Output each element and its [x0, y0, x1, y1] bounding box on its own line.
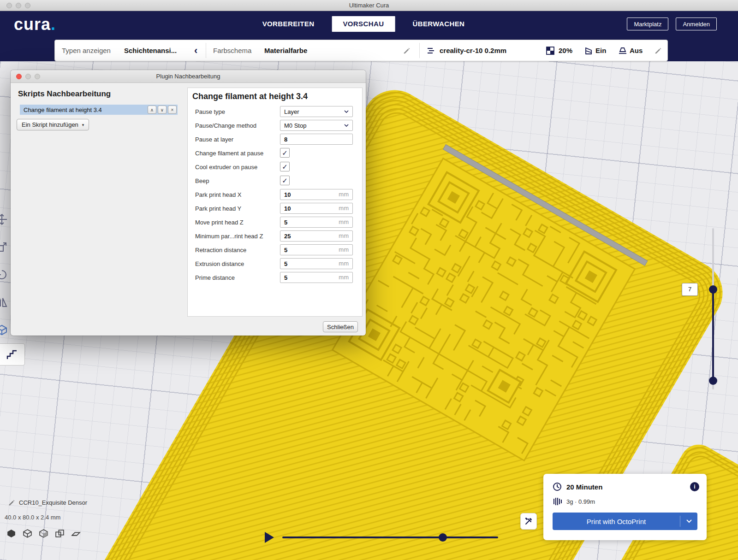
color-scheme-value[interactable]: Materialfarbe: [264, 40, 307, 61]
script-name: Change filament at height 3.4: [24, 106, 146, 113]
field-label: Beep: [195, 177, 209, 184]
field-row-pause-at-layer: Pause at layer: [188, 132, 362, 146]
edit-print-settings-button[interactable]: [655, 40, 662, 61]
cool-extruder-checkbox[interactable]: ✓: [280, 162, 290, 171]
field-row-park-x: Park print head X mm: [188, 188, 362, 201]
pause-type-select[interactable]: Layer: [280, 106, 353, 117]
material-icon: [554, 498, 562, 505]
move-tool-button[interactable]: [0, 213, 8, 225]
unit-label: mm: [339, 245, 349, 255]
window-minimize-button[interactable]: [16, 3, 21, 8]
pause-method-select[interactable]: M0 Stop: [280, 120, 353, 131]
beep-checkbox[interactable]: ✓: [280, 176, 290, 185]
per-model-settings-button[interactable]: [0, 324, 8, 336]
script-settings-panel: Change filament at height 3.4 Pause type…: [187, 88, 363, 317]
view-type-value[interactable]: Schichtenansi...: [124, 40, 177, 61]
toolbar-divider: [206, 43, 206, 58]
dialog-close-action-button[interactable]: Schließen: [323, 321, 358, 332]
adhesion-value[interactable]: Aus: [630, 40, 643, 61]
layers-steps-icon: [6, 348, 18, 361]
infill-value[interactable]: 20%: [559, 40, 572, 61]
tab-vorbereiten[interactable]: VORBEREITEN: [251, 16, 326, 32]
tab-vorschau[interactable]: VORSCHAU: [332, 16, 395, 32]
collapse-panel-icon[interactable]: ‹: [194, 40, 197, 61]
layer-slider-upper-handle[interactable]: [709, 285, 717, 294]
chevron-down-icon: [344, 110, 349, 113]
script-move-up-button[interactable]: ∧: [148, 106, 156, 114]
edit-model-name-icon[interactable]: [8, 499, 15, 506]
dialog-minimize-button[interactable]: [25, 74, 31, 79]
tools-icon: [524, 517, 533, 526]
window-close-button[interactable]: [6, 3, 12, 8]
logo-dot: .: [51, 15, 56, 34]
tab-ueberwachen[interactable]: ÜBERWACHEN: [401, 16, 476, 32]
support-value[interactable]: Ein: [595, 40, 606, 61]
model-dimensions: 40.0 x 80.0 x 2.4 mm: [5, 514, 60, 521]
dialog-titlebar[interactable]: Plugin Nachbearbeitung: [11, 70, 366, 83]
unit-label: mm: [339, 231, 349, 241]
marketplace-button[interactable]: Marktplatz: [627, 18, 668, 30]
field-row-move-z: Move print head Z mm: [188, 215, 362, 229]
unit-label: mm: [339, 259, 349, 269]
pencil-icon: [655, 47, 662, 54]
unit-label: mm: [339, 189, 349, 200]
check-icon: ✓: [282, 163, 288, 171]
window-controls: [6, 3, 30, 8]
printer-profile[interactable]: creality-cr-10 0.2mm: [440, 40, 506, 61]
park-x-field: mm: [280, 189, 353, 200]
script-list-item-selected[interactable]: Change filament at height 3.4 ∧ ∨ ×: [20, 105, 178, 115]
dialog-zoom-button[interactable]: [35, 74, 40, 79]
field-label: Change filament at pause: [195, 150, 263, 157]
scale-tool-button[interactable]: [0, 241, 8, 253]
support-icon: [584, 40, 593, 61]
simulation-slider-track[interactable]: [282, 536, 498, 538]
layer-slider-lower-handle[interactable]: [709, 377, 717, 385]
change-filament-checkbox[interactable]: ✓: [280, 148, 290, 158]
print-options-caret[interactable]: [680, 516, 697, 527]
pause-at-layer-field: [280, 134, 353, 145]
info-icon[interactable]: i: [690, 482, 699, 491]
script-move-down-button[interactable]: ∨: [158, 106, 167, 114]
view-icon-sheet[interactable]: [71, 529, 81, 540]
retraction-distance-field: mm: [280, 244, 353, 255]
adhesion-icon: [619, 40, 627, 61]
clock-icon: [553, 482, 562, 491]
header-actions: Marktplatz Anmelden: [627, 18, 717, 30]
min-park-z-field: mm: [280, 230, 353, 242]
field-row-retraction: Retraction distance mm: [188, 243, 362, 257]
field-label: Cool extruder on pause: [195, 164, 257, 171]
window-zoom-button[interactable]: [25, 3, 30, 8]
add-script-button[interactable]: Ein Skript hinzufügen ▾: [17, 119, 89, 130]
layer-slider-range[interactable]: [712, 289, 714, 381]
field-row-prime: Prime distance mm: [188, 271, 362, 284]
field-label: Pause type: [195, 108, 225, 115]
add-script-label: Ein Skript hinzufügen: [22, 121, 78, 128]
mirror-tool-button[interactable]: [0, 296, 8, 308]
edit-view-settings-button[interactable]: [403, 40, 411, 61]
view-icon-face[interactable]: [39, 529, 48, 540]
signin-button[interactable]: Anmelden: [676, 18, 717, 30]
unit-label: mm: [339, 203, 349, 213]
field-label: Extrusion distance: [195, 260, 244, 267]
field-label: Retraction distance: [195, 247, 246, 253]
camera-tools-button[interactable]: [520, 513, 537, 530]
scripts-heading: Skripts Nachbearbeitung: [18, 89, 111, 99]
print-with-octoprint-button[interactable]: Print with OctoPrint: [553, 513, 697, 530]
view-icon-solid[interactable]: [6, 529, 16, 540]
view-type-label: Typen anzeigen: [62, 40, 111, 61]
rotate-tool-button[interactable]: [0, 269, 8, 281]
pause-at-layer-input[interactable]: [280, 134, 352, 144]
stage-tabs: VORBEREITEN VORSCHAU ÜBERWACHEN: [251, 16, 476, 32]
prime-distance-field: mm: [280, 272, 353, 283]
select-value: Layer: [284, 108, 299, 115]
simulation-slider-handle[interactable]: [439, 533, 447, 542]
view-icon-cube[interactable]: [23, 529, 32, 540]
play-button[interactable]: [264, 531, 274, 543]
view-icon-group[interactable]: [55, 529, 65, 540]
object-list-panel[interactable]: [0, 343, 25, 365]
field-label: Move print head Z: [195, 219, 244, 226]
layers-icon: [427, 40, 435, 61]
infill-icon: [546, 40, 554, 61]
dialog-close-button[interactable]: [16, 74, 22, 79]
script-remove-button[interactable]: ×: [168, 106, 177, 114]
